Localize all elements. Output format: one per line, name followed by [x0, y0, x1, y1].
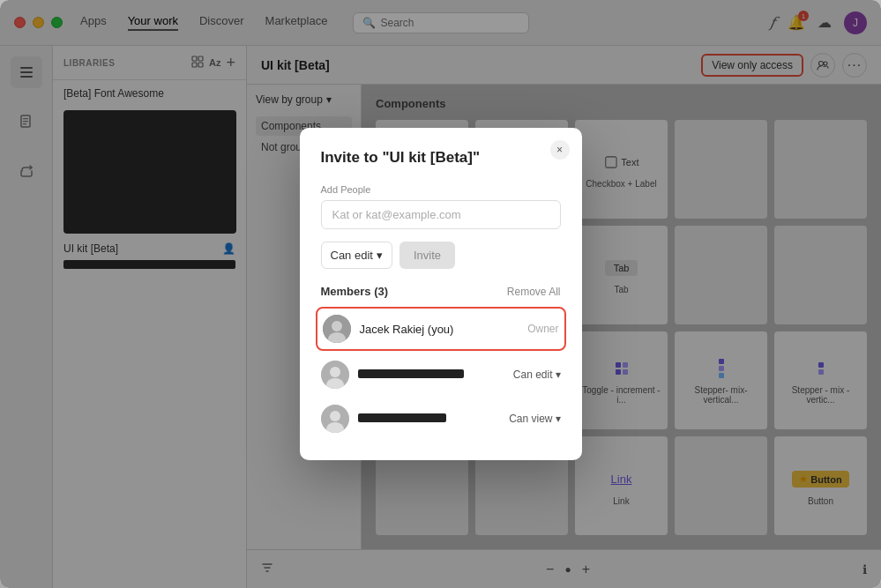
- chevron-down-icon: ▾: [377, 249, 383, 262]
- blocked-name-bar: [358, 413, 446, 422]
- chevron-down-icon: ▾: [556, 413, 561, 425]
- modal-close-button[interactable]: ×: [550, 140, 570, 160]
- member-row-2: Can edit ▾: [321, 354, 561, 395]
- member-row-3: Can view ▾: [321, 398, 561, 439]
- blocked-name-bar: [358, 369, 464, 378]
- member-avatar-2: [321, 361, 349, 389]
- chevron-down-icon: ▾: [556, 368, 561, 381]
- invite-button[interactable]: Invite: [399, 242, 455, 269]
- member-role-dropdown-2[interactable]: Can edit ▾: [513, 368, 561, 381]
- svg-point-17: [332, 321, 342, 331]
- add-people-input[interactable]: [321, 200, 561, 229]
- svg-point-20: [330, 367, 340, 377]
- can-edit-dropdown[interactable]: Can edit ▾: [321, 242, 392, 269]
- member-avatar-owner: [323, 315, 351, 343]
- modal-overlay: × Invite to "UI kit [Beta]" Add People C…: [0, 0, 881, 588]
- member-row-owner: Jacek Rakiej (you) Owner: [316, 307, 566, 351]
- members-header: Members (3) Remove All: [321, 285, 561, 298]
- member-name-blocked-2: [358, 369, 504, 381]
- member-role-dropdown-3[interactable]: Can view ▾: [509, 413, 560, 425]
- member-avatar-3: [321, 405, 349, 433]
- invite-modal: × Invite to "UI kit [Beta]" Add People C…: [300, 128, 582, 460]
- members-title: Members (3): [321, 285, 389, 298]
- remove-all-button[interactable]: Remove All: [507, 286, 561, 298]
- member-role-owner: Owner: [527, 323, 558, 335]
- app-window: Apps Your work Discover Marketplace 🔍 𝑓 …: [0, 0, 881, 588]
- modal-title: Invite to "UI kit [Beta]": [321, 149, 561, 167]
- invite-row: Can edit ▾ Invite: [321, 242, 561, 269]
- svg-point-23: [330, 411, 340, 421]
- add-people-label: Add People: [321, 184, 561, 195]
- member-name-owner: Jacek Rakiej (you): [360, 323, 519, 336]
- member-name-blocked-3: [358, 413, 501, 425]
